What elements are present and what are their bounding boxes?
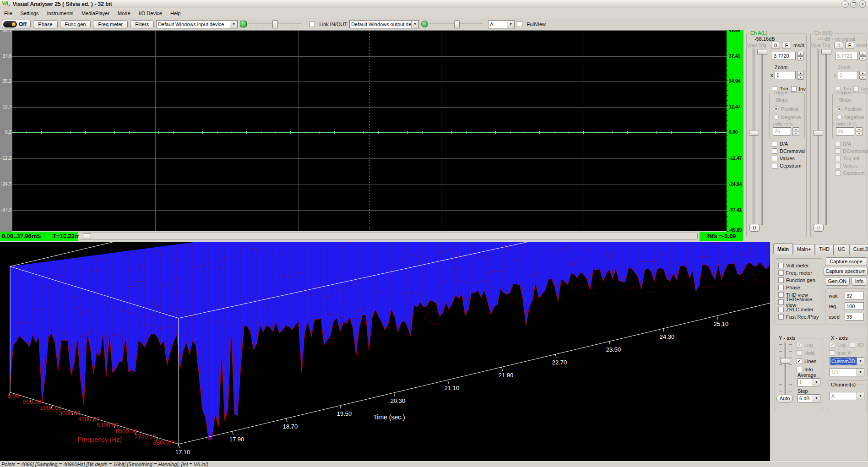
- info-button[interactable]: Info: [852, 277, 867, 286]
- checkbox-values[interactable]: Values: [769, 155, 806, 162]
- onoff-toggle-button[interactable]: Off: [2, 20, 31, 28]
- positive-radio-b[interactable]: Positive: [837, 104, 862, 113]
- negative-radio-a[interactable]: Negative: [774, 113, 801, 121]
- step-select[interactable]: 6 dB▼: [797, 394, 820, 402]
- x-ratio-select[interactable]: 1/1 ▼: [830, 368, 864, 376]
- y-hold-checkbox[interactable]: Hold: [797, 348, 815, 357]
- delta-th-value-b[interactable]: 25: [836, 127, 854, 136]
- input-volume-handle[interactable]: [272, 20, 278, 28]
- checkbox[interactable]: [772, 163, 777, 168]
- zoom-spinner-a[interactable]: ▲▼: [797, 71, 804, 79]
- link-inout-checkbox[interactable]: Link IN/OUT: [309, 20, 347, 28]
- inv-checkbox-a[interactable]: Inv: [791, 84, 806, 92]
- checkbox[interactable]: [778, 299, 784, 305]
- checkbox-cepstrum[interactable]: Cepstrum: [832, 169, 868, 177]
- fit-button-a[interactable]: F: [782, 42, 791, 49]
- vpos-zero-button-b[interactable]: 0: [814, 224, 824, 232]
- vpos-slider-a-handle[interactable]: [749, 130, 759, 136]
- checkbox[interactable]: [309, 22, 315, 27]
- y-axis-slider[interactable]: [784, 342, 786, 399]
- input-device-select[interactable]: Default Windows input device ▼: [156, 20, 238, 28]
- checkbox-values[interactable]: Values: [832, 162, 868, 169]
- scope-hscrollbar[interactable]: [79, 233, 698, 239]
- zero-button-a[interactable]: 0: [771, 42, 780, 49]
- msd-value-b[interactable]: 3.7720: [835, 52, 858, 60]
- checkbox-phase[interactable]: Phase: [776, 284, 823, 291]
- zero-button-b[interactable]: 0: [834, 42, 843, 49]
- channel-a-select[interactable]: A ▼: [488, 20, 515, 28]
- checkbox[interactable]: [778, 314, 784, 320]
- output-volume-handle[interactable]: [454, 20, 460, 28]
- checkbox[interactable]: [835, 148, 841, 154]
- msd-spinner-a[interactable]: ▲▼: [797, 52, 804, 60]
- capture-spectrum-button[interactable]: Capture spectrum: [824, 267, 868, 276]
- phase-button[interactable]: Phase: [33, 20, 57, 28]
- tab-uc[interactable]: UC: [834, 244, 849, 255]
- checkbox-d-a[interactable]: D/A: [769, 140, 806, 147]
- output-volume-slider[interactable]: [430, 20, 482, 28]
- checkbox[interactable]: [835, 163, 841, 168]
- x-mode-select[interactable]: Custom3D ▼: [830, 357, 864, 365]
- checkbox[interactable]: [778, 292, 784, 298]
- msd-spinner-b[interactable]: ▲▼: [859, 52, 866, 60]
- negative-radio-b[interactable]: Negative: [837, 113, 864, 121]
- trig-slider-b-handle[interactable]: [821, 49, 831, 54]
- tab-cust-3d[interactable]: Cust.3D: [849, 244, 868, 255]
- checkbox[interactable]: [778, 263, 784, 268]
- used-value[interactable]: 93: [845, 313, 864, 320]
- checkbox[interactable]: [778, 270, 784, 276]
- y-axis-slider-handle[interactable]: [780, 358, 790, 364]
- channels-select[interactable]: A ▼: [830, 392, 864, 400]
- x-3d-checkbox[interactable]: 3D: [850, 340, 864, 348]
- menu-file[interactable]: File: [0, 9, 16, 17]
- checkbox-thd-noise-view[interactable]: THD+Noise view: [776, 299, 823, 306]
- gen-on-button[interactable]: Gen.ON: [825, 277, 850, 286]
- checkbox[interactable]: [835, 141, 841, 147]
- checkbox-trig-left[interactable]: Trig left: [832, 155, 868, 162]
- inv-checkbox-b[interactable]: Inv: [853, 84, 868, 92]
- trig-slider-a-handle[interactable]: [757, 49, 767, 54]
- capture-scope-button[interactable]: Capture scope: [825, 257, 867, 266]
- req-value[interactable]: 100: [845, 302, 864, 310]
- input-volume-slider[interactable]: [249, 20, 302, 28]
- vpos-zero-button-a[interactable]: 0: [749, 224, 760, 232]
- zoom-value-b[interactable]: 1: [838, 71, 858, 79]
- menu-settings[interactable]: Settings: [16, 9, 43, 17]
- positive-radio-a[interactable]: Positive: [774, 104, 799, 113]
- checkbox[interactable]: [772, 141, 777, 147]
- wait-value[interactable]: 32: [845, 292, 864, 299]
- output-device-select[interactable]: Default Windows output devic ▼: [349, 20, 419, 28]
- scope-hscrollbar-handle[interactable]: [83, 234, 91, 239]
- checkbox[interactable]: [517, 22, 522, 27]
- checkbox-d-a[interactable]: D/A: [832, 140, 868, 147]
- checkbox[interactable]: [835, 156, 841, 161]
- output-level-icon[interactable]: [421, 21, 428, 27]
- maximize-button[interactable]: ❐: [850, 0, 857, 8]
- filters-button[interactable]: Filters: [130, 20, 154, 28]
- checkbox[interactable]: [772, 156, 777, 161]
- average-select[interactable]: 1▼: [797, 378, 820, 386]
- func-gen-button[interactable]: Func gen: [60, 20, 91, 28]
- checkbox-dcremoval[interactable]: DCremoval: [832, 147, 868, 155]
- tab-thd[interactable]: THD: [815, 244, 834, 255]
- auto-button[interactable]: Auto: [776, 395, 793, 402]
- tab-main-[interactable]: Main+: [793, 244, 815, 255]
- delta-th-spinner-b[interactable]: ▲▼: [856, 127, 863, 136]
- vpos-slider-b-handle[interactable]: [813, 130, 823, 136]
- checkbox-cepstrum[interactable]: Cepstrum: [769, 162, 806, 169]
- checkbox[interactable]: [772, 148, 777, 154]
- y-lines-checkbox[interactable]: Lines: [797, 357, 816, 365]
- checkbox[interactable]: [778, 307, 784, 312]
- minimize-button[interactable]: −: [841, 0, 849, 8]
- checkbox-volt-meter[interactable]: Volt meter: [776, 262, 823, 269]
- fullview-checkbox[interactable]: FullView: [517, 20, 546, 28]
- checkbox[interactable]: [835, 170, 841, 176]
- delta-th-value-a[interactable]: 25: [773, 127, 791, 136]
- tab-main[interactable]: Main: [773, 243, 793, 254]
- delta-th-spinner-a[interactable]: ▲▼: [792, 127, 799, 136]
- menu-mode[interactable]: Mode: [114, 9, 135, 17]
- checkbox[interactable]: [778, 277, 784, 283]
- x-log-checkbox[interactable]: Log: [830, 340, 846, 348]
- fit-button-b[interactable]: F: [845, 42, 854, 49]
- msd-value-a[interactable]: 3.7720: [772, 52, 796, 60]
